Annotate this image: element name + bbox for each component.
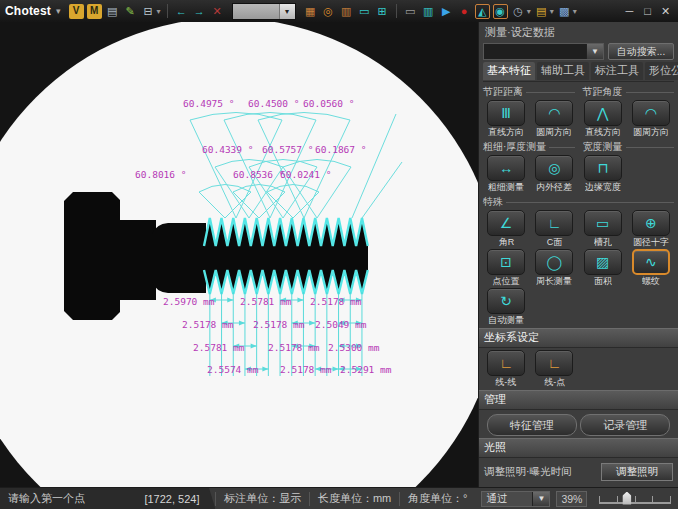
manage-section-bar[interactable]: 管理 bbox=[479, 390, 678, 410]
image-search-icon[interactable]: ▦ bbox=[303, 4, 318, 19]
close-icon[interactable]: ✕ bbox=[658, 4, 673, 19]
chevron-down-icon[interactable]: ▾ bbox=[279, 4, 295, 19]
thickness-title: 粗细·厚度测量 bbox=[483, 140, 546, 154]
record-manage-button[interactable]: 记录管理 bbox=[580, 414, 670, 436]
auto-detect-points-icon[interactable]: ◉ bbox=[493, 4, 508, 19]
layers-dropdown-icon[interactable]: ▾ bbox=[550, 7, 554, 16]
light-percent-field[interactable]: 39% bbox=[556, 491, 587, 507]
app-window: Chotest ▾ VM▤✎⊟▾←→✕▾▦◎▥▭⊞▭▥▶●◭◉◷▾▤▾▩▾─□✕… bbox=[0, 0, 678, 509]
angle-value-label: 60.0560 ° bbox=[303, 98, 354, 109]
monitor-icon[interactable]: ▭ bbox=[357, 4, 372, 19]
calibration-icon[interactable]: ⊞ bbox=[375, 4, 390, 19]
toolbar-icons: VM▤✎⊟▾←→✕▾▦◎▥▭⊞▭▥▶●◭◉◷▾▤▾▩▾─□✕ bbox=[69, 3, 673, 20]
tool-label: 粗细测量 bbox=[488, 182, 524, 193]
forward-arrow-icon[interactable]: → bbox=[192, 4, 207, 19]
record-stop-icon[interactable]: ● bbox=[457, 4, 472, 19]
tool-point-position[interactable]: ⊡点位置 bbox=[483, 249, 529, 287]
toolbar: Chotest ▾ VM▤✎⊟▾←→✕▾▦◎▥▭⊞▭▥▶●◭◉◷▾▤▾▩▾─□✕ bbox=[0, 0, 678, 22]
project-m-icon[interactable]: M bbox=[87, 4, 102, 19]
angle-value-label: 60.4500 ° bbox=[248, 98, 299, 109]
light-label: 调整照明·曝光时间 bbox=[484, 465, 572, 479]
tool-perimeter[interactable]: ◯周长测量 bbox=[531, 249, 577, 287]
auto-measure-icon: ↻ bbox=[500, 294, 512, 308]
tool-line-line[interactable]: ∟线-线 bbox=[483, 350, 529, 388]
auto-detect-shape-icon[interactable]: ◭ bbox=[475, 4, 490, 19]
tool-linear-angle[interactable]: ⋀直线方向 bbox=[580, 100, 626, 138]
panel-tabs: 基本特征辅助工具标注工具形位公差应用工具 bbox=[483, 62, 674, 82]
tool-circular-angle[interactable]: ◠圆周方向 bbox=[628, 100, 674, 138]
timer-icon[interactable]: ◷ bbox=[511, 4, 526, 19]
edge-width-icon: ⊓ bbox=[597, 161, 608, 175]
pitch-value-label: 2.5291 mm bbox=[340, 364, 392, 375]
tool-linear-pitch[interactable]: Ⅲ直线方向 bbox=[483, 100, 529, 138]
coordinate-section-bar[interactable]: 坐标系设定 bbox=[479, 328, 678, 348]
pitch-value-label: 2.5300 mm bbox=[328, 342, 380, 353]
pitch-value-label: 2.5178 mm bbox=[253, 319, 305, 330]
tab-3[interactable]: 标注工具 bbox=[591, 62, 643, 80]
tool-circle-cross[interactable]: ⊕圆径十字 bbox=[628, 210, 674, 248]
tab-2[interactable]: 辅助工具 bbox=[537, 62, 589, 80]
print-dropdown-icon[interactable]: ▾ bbox=[157, 7, 161, 16]
angle-value-label: 60.8536 ° bbox=[233, 169, 284, 180]
edit-report-icon[interactable]: ✎ bbox=[123, 4, 138, 19]
scan-lines-icon[interactable]: ▥ bbox=[421, 4, 436, 19]
delete-icon[interactable]: ✕ bbox=[210, 4, 225, 19]
app-menu-arrow-icon[interactable]: ▾ bbox=[56, 6, 61, 16]
pass-dropdown[interactable]: 通过 ▼ bbox=[481, 491, 550, 507]
tool-label: 内外径差 bbox=[536, 182, 572, 193]
timer-dropdown-icon[interactable]: ▾ bbox=[527, 7, 531, 16]
back-arrow-icon[interactable]: ← bbox=[174, 4, 189, 19]
tool-auto-measure[interactable]: ↻自动测量 bbox=[483, 288, 529, 326]
chamfer-icon: ∟ bbox=[548, 216, 562, 230]
light-row: 调整照明·曝光时间 调整照明 bbox=[483, 463, 674, 481]
histogram-icon[interactable]: ▥ bbox=[339, 4, 354, 19]
tab-1[interactable]: 基本特征 bbox=[483, 62, 535, 80]
app-menu[interactable]: Chotest bbox=[5, 4, 51, 18]
tab-4[interactable]: 形位公差 bbox=[645, 62, 678, 80]
pitch-value-label: 2.5970 mm bbox=[163, 296, 215, 307]
tool-slot[interactable]: ▭槽孔 bbox=[580, 210, 626, 248]
project-v-icon[interactable]: V bbox=[69, 4, 84, 19]
save-icon[interactable]: ▤ bbox=[105, 4, 120, 19]
tool-circular-pitch[interactable]: ◠圆周方向 bbox=[531, 100, 577, 138]
tool-label: 面积 bbox=[594, 276, 612, 287]
chevron-down-icon[interactable]: ▼ bbox=[586, 44, 603, 59]
angle-value-label: 60.5757 ° bbox=[262, 144, 313, 155]
light-section-bar[interactable]: 光照 bbox=[479, 438, 678, 458]
slider-thumb[interactable] bbox=[622, 492, 631, 505]
preset-dropdown[interactable]: ▼ bbox=[483, 43, 604, 60]
feature-manage-button[interactable]: 特征管理 bbox=[487, 414, 577, 436]
chevron-down-icon[interactable]: ▼ bbox=[532, 492, 549, 506]
image-adjust-dropdown-icon[interactable]: ▾ bbox=[573, 7, 577, 16]
preset-combobox[interactable]: ▾ bbox=[232, 3, 296, 20]
run-icon[interactable]: ▶ bbox=[439, 4, 454, 19]
adjust-light-button[interactable]: 调整照明 bbox=[601, 463, 673, 481]
tool-line-point[interactable]: ∟线-点 bbox=[531, 350, 577, 388]
angle-unit: 角度单位：° bbox=[400, 491, 475, 506]
tool-area[interactable]: ▨面积 bbox=[580, 249, 626, 287]
tool-thread[interactable]: ∿螺纹 bbox=[628, 249, 674, 287]
tool-edge-width[interactable]: ⊓边缘宽度 bbox=[580, 155, 626, 193]
angle-value-label: 60.4339 ° bbox=[202, 144, 253, 155]
maximize-icon[interactable]: □ bbox=[640, 4, 655, 19]
slider-tick bbox=[617, 496, 618, 504]
zoom-search-icon[interactable]: ◎ bbox=[321, 4, 336, 19]
minimize-icon[interactable]: ─ bbox=[622, 4, 637, 19]
tool-thickness[interactable]: ↔粗细测量 bbox=[483, 155, 529, 193]
tool-label: 直线方向 bbox=[488, 127, 524, 138]
tool-label: C面 bbox=[547, 237, 563, 248]
auto-search-button[interactable]: 自动搜索... bbox=[608, 43, 674, 60]
roi-rect-icon[interactable]: ▭ bbox=[403, 4, 418, 19]
measurement-viewport[interactable]: 60.4975 °60.4500 °60.0560 °60.4339 °60.5… bbox=[0, 22, 478, 487]
image-adjust-icon[interactable]: ▩ bbox=[557, 4, 572, 19]
circular-angle-icon: ◠ bbox=[645, 106, 657, 120]
light-slider[interactable] bbox=[599, 490, 670, 508]
special-tools: ∠角R∟C面▭槽孔⊕圆径十字⊡点位置◯周长测量▨面积∿螺纹↻自动测量 bbox=[483, 210, 674, 326]
tool-diameter-difference[interactable]: ◎内外径差 bbox=[531, 155, 577, 193]
tool-chamfer[interactable]: ∟C面 bbox=[531, 210, 577, 248]
print-icon[interactable]: ⊟ bbox=[141, 4, 156, 19]
stage-canvas[interactable]: 60.4975 °60.4500 °60.0560 °60.4339 °60.5… bbox=[0, 22, 478, 487]
layers-icon[interactable]: ▤ bbox=[534, 4, 549, 19]
tool-corner-radius[interactable]: ∠角R bbox=[483, 210, 529, 248]
pitch-distance-title: 节距距离 bbox=[483, 85, 523, 99]
